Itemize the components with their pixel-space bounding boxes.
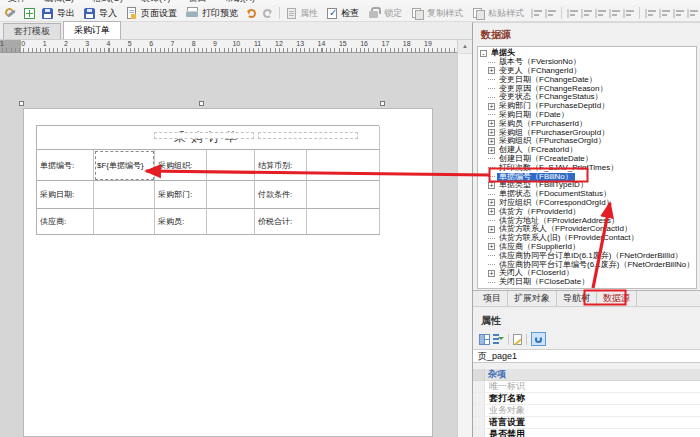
property-page-icon[interactable]: [513, 334, 522, 345]
value-cell[interactable]: [207, 181, 255, 209]
align-tool-icon[interactable]: [659, 8, 670, 19]
tree-item[interactable]: +采购员（FPurchaserId）: [480, 119, 696, 128]
align-tool-icon[interactable]: [595, 8, 606, 19]
property-row[interactable]: 是否禁用: [473, 429, 700, 437]
collapse-icon[interactable]: -: [480, 50, 487, 57]
settings-tool-button[interactable]: [3, 7, 19, 19]
page-setup-button[interactable]: 页面设置: [124, 7, 181, 20]
report-page[interactable]: 采购订单单据编号:$F{单据编号}采购组织:结算币别:采购日期:采购部门:付款条…: [23, 108, 433, 437]
label-cell[interactable]: 单据编号:: [37, 150, 94, 181]
undo-button[interactable]: [245, 8, 258, 18]
selection-handle[interactable]: [199, 101, 204, 106]
check-button[interactable]: 检查: [325, 7, 363, 20]
expand-icon[interactable]: +: [488, 120, 495, 127]
expand-icon[interactable]: +: [488, 199, 495, 206]
panel-tab-2[interactable]: 导航树: [557, 291, 597, 306]
tree-item[interactable]: 变更日期（FChangeDate）: [480, 75, 696, 84]
tree-item-label: 变更原因（FChangeReason）: [497, 85, 609, 93]
export-grid-button[interactable]: [22, 7, 37, 19]
tree-item-label: 供货方联系人(旧)（FProviderContact）: [497, 234, 641, 242]
paste-style-button[interactable]: 粘贴样式: [470, 7, 528, 20]
align-tool-icon[interactable]: [687, 8, 698, 19]
align-tool-icon[interactable]: [609, 8, 620, 19]
redo-button[interactable]: [261, 8, 274, 18]
expand-icon[interactable]: +: [488, 67, 495, 74]
refresh-toggle-button[interactable]: [531, 332, 546, 346]
value-cell[interactable]: [207, 150, 255, 181]
label-cell[interactable]: 付款条件:: [255, 181, 307, 209]
redo-icon: [263, 9, 272, 18]
document-tab[interactable]: 套打模板: [3, 23, 61, 39]
toolbar-button-label: 页面设置: [139, 7, 179, 20]
selection-handle[interactable]: [380, 101, 385, 106]
grid-export-icon: [24, 8, 35, 19]
label-cell[interactable]: 价税合计:: [255, 209, 307, 235]
value-cell[interactable]: [307, 150, 380, 181]
scroll-up-button[interactable]: ▲: [458, 40, 472, 54]
value-cell[interactable]: [94, 181, 155, 209]
tree-item[interactable]: +供应商（FSupplierId）: [480, 243, 696, 252]
label-cell[interactable]: 供应商:: [37, 209, 94, 235]
selection-handle[interactable]: [19, 101, 24, 106]
value-cell[interactable]: [307, 209, 380, 235]
label-cell[interactable]: 采购部门:: [155, 181, 207, 209]
toolbar-separator: [279, 7, 280, 19]
tree-item[interactable]: 供应商协同平台订单ID(6.1废弃)（FNetOrderBillId）: [480, 251, 696, 260]
categorized-view-icon[interactable]: [479, 334, 490, 345]
value-cell[interactable]: [207, 209, 255, 235]
datasource-tree: -单据头版本号（FVersionNo）+变更人（FChangerId）变更日期（…: [477, 46, 697, 289]
field-cell-selected[interactable]: $F{单据编号}: [94, 150, 155, 181]
align-tool-icon[interactable]: [673, 8, 684, 19]
import-button[interactable]: 导入: [82, 7, 121, 20]
design-canvas[interactable]: 1012345678910111213141516171819 采购订单单据编号…: [0, 40, 457, 437]
panel-tab-0[interactable]: 项目: [477, 291, 508, 306]
expand-icon[interactable]: +: [488, 270, 495, 277]
align-tool-icon[interactable]: [623, 8, 634, 19]
tree-item-label: 单据状态（FDocumentStatus）: [497, 190, 613, 198]
align-tool-icon[interactable]: [545, 8, 556, 19]
toolbar-button-label: 打印预览: [200, 7, 240, 20]
print-preview-button[interactable]: 打印预览: [184, 7, 242, 20]
disk-icon: [84, 8, 95, 19]
pagesetup-icon: [127, 7, 136, 19]
tree-item[interactable]: +供货方（FProviderId）: [480, 207, 696, 216]
expand-icon[interactable]: +: [488, 129, 495, 136]
tree-item[interactable]: 打印次数（F_SJAV_PrintTimes）: [480, 163, 696, 172]
tree-line: [488, 220, 495, 221]
label-cell[interactable]: 采购日期:: [37, 181, 94, 209]
align-tool-icon[interactable]: [567, 8, 578, 19]
align-tool-icon[interactable]: [581, 8, 592, 19]
expand-icon[interactable]: +: [488, 103, 495, 110]
cell-text: 采购员:: [158, 216, 184, 227]
align-tool-icon[interactable]: [531, 8, 542, 19]
label-cell[interactable]: 采购组织:: [155, 150, 207, 181]
expand-icon[interactable]: +: [488, 243, 495, 250]
toolbar-separator: [508, 334, 509, 345]
canvas-vertical-scrollbar[interactable]: ▲: [457, 40, 472, 437]
expand-icon[interactable]: +: [488, 147, 495, 154]
tree-item-label: 采购组（FPurchaserGroupId）: [497, 129, 611, 137]
tree-item[interactable]: 关闭日期（FCloseDate）: [480, 278, 696, 287]
expand-icon[interactable]: +: [488, 138, 495, 145]
expand-icon[interactable]: +: [488, 226, 495, 233]
label-cell[interactable]: 采购员:: [155, 209, 207, 235]
print-icon: [186, 7, 198, 19]
properties-button[interactable]: 属性: [285, 7, 322, 20]
value-cell[interactable]: [307, 181, 380, 209]
expand-icon[interactable]: +: [488, 208, 495, 215]
export-button[interactable]: 导出: [40, 7, 79, 20]
label-cell[interactable]: 结算币别:: [255, 150, 307, 181]
alphabetical-sort-icon[interactable]: [493, 334, 504, 345]
selected-object-row[interactable]: 页_page1: [473, 350, 700, 363]
document-tab[interactable]: 采购订单: [63, 21, 121, 39]
panel-tab-datasource[interactable]: 数据源: [597, 291, 637, 306]
tree-line: [488, 238, 495, 239]
lock-button[interactable]: 锁定: [366, 7, 406, 20]
align-tool-icon[interactable]: [645, 8, 656, 19]
value-cell[interactable]: [94, 209, 155, 235]
ruler-number: 19: [424, 40, 432, 47]
expand-icon[interactable]: +: [488, 182, 495, 189]
copy-style-button[interactable]: 复制样式: [409, 7, 467, 20]
cell-text: 供应商:: [40, 216, 66, 227]
panel-tab-1[interactable]: 扩展对象: [508, 291, 557, 306]
